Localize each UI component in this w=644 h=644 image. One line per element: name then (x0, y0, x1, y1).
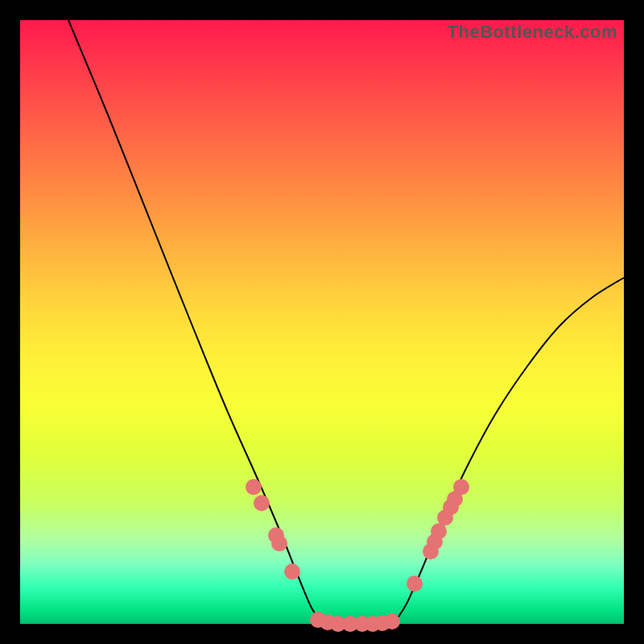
markers-left-group (246, 479, 300, 580)
bottleneck-curve-svg (20, 20, 624, 624)
curve-left-path (68, 20, 322, 622)
chart-frame: TheBottleneck.com (20, 20, 624, 624)
data-point-marker (254, 495, 270, 511)
data-point-marker (246, 479, 262, 495)
data-point-marker (431, 523, 447, 539)
data-point-marker (271, 535, 287, 551)
data-point-marker (384, 613, 400, 630)
markers-bottom-group (310, 612, 400, 632)
curve-right-path (394, 278, 624, 622)
data-point-marker (453, 479, 469, 495)
markers-right-group (407, 479, 469, 592)
data-point-marker (407, 576, 423, 592)
data-point-marker (284, 564, 300, 580)
